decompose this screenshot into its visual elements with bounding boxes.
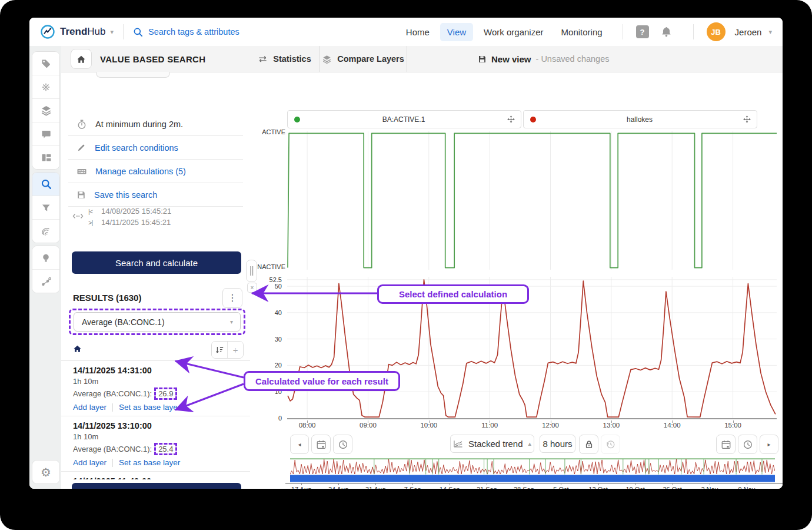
overview-date-label: 31 Aug <box>365 486 385 489</box>
graph-nodes-icon[interactable] <box>32 270 59 293</box>
lock-button[interactable] <box>579 435 598 454</box>
annotation-select-calculation: Select defined calculation <box>377 284 529 304</box>
brand-chevron-down-icon[interactable]: ▾ <box>110 28 114 36</box>
dashboard-icon[interactable] <box>32 146 59 169</box>
split-values-button[interactable]: ÷ <box>228 342 243 358</box>
y-tick-label: 20 <box>275 362 282 369</box>
screen-background: TrendHub ▾ Search tags & attributes Home… <box>0 0 812 530</box>
tab-compare-layers-label: Compare Layers <box>337 54 404 64</box>
annotation-calculated-value: Calculated value for each result <box>244 371 400 391</box>
move-icon[interactable] <box>743 115 751 123</box>
history-button[interactable] <box>601 435 620 454</box>
base-layer-home-icon[interactable] <box>73 344 82 353</box>
scrolled-item-edge <box>96 72 170 78</box>
result-row[interactable]: 14/11/2025 13:10:00 1h 10m Average (BA:C… <box>61 416 250 472</box>
result-timestamp: 14/11/2025 13:10:00 <box>73 421 238 430</box>
trend-mode-dropdown[interactable]: Stacked trend ▴ <box>450 435 534 453</box>
add-layer-link[interactable]: Add layer <box>73 403 107 412</box>
sort-button[interactable] <box>212 342 228 358</box>
calc-dropdown-highlight: Average (BA:CONC.1) ▾ <box>69 309 245 335</box>
pencil-icon <box>76 143 86 153</box>
nav-monitoring[interactable]: Monitoring <box>554 23 610 41</box>
search-icon <box>133 27 143 37</box>
layers-icon[interactable] <box>32 99 59 122</box>
user-name[interactable]: Jeroen <box>735 27 762 37</box>
annotation-text: Select defined calculation <box>399 289 507 299</box>
add-layer-link[interactable]: Add layer <box>73 458 107 467</box>
step-forward-button[interactable]: ▸ <box>760 435 778 454</box>
overview-date-label: 17 Aug <box>291 486 311 489</box>
chevron-right-icon: ▸ <box>767 441 770 448</box>
edit-search-conditions[interactable]: Edit search conditions <box>68 136 243 160</box>
lightbulb-icon[interactable] <box>32 246 59 270</box>
overview-date-label: 19 Oct <box>625 486 644 489</box>
kebab-icon: ⋮ <box>228 293 237 303</box>
view-title: New view <box>491 54 531 64</box>
result-calc-label: Average (BA:CONC.1): <box>73 445 152 453</box>
overview-minimap[interactable] <box>290 458 775 483</box>
brand-logo[interactable]: TrendHub ▾ <box>40 24 114 39</box>
legend-pill-active[interactable]: BA:ACTIVE.1 <box>287 110 521 128</box>
range-end-value: 14/11/2025 15:45:21 <box>101 218 171 227</box>
avatar[interactable]: JB <box>707 22 726 41</box>
save-search-label: Save this search <box>94 190 157 200</box>
result-duration: 1h 10m <box>73 432 238 441</box>
overview-date-label: 12 Oct <box>588 486 607 489</box>
comment-icon[interactable] <box>32 122 59 146</box>
calculations-icon[interactable] <box>32 75 59 99</box>
search-condition-item: At minimum during 2m. <box>68 112 243 136</box>
step-back-button[interactable]: ◂ <box>290 435 309 454</box>
top-bar: TrendHub ▾ Search tags & attributes Home… <box>29 18 783 47</box>
tag-icon[interactable] <box>32 52 59 75</box>
analog-trend-chart[interactable] <box>287 277 777 418</box>
panel-close-button[interactable]: × <box>247 283 257 293</box>
series-dot-green <box>294 117 300 122</box>
stacked-trend-icon <box>453 439 463 448</box>
manage-calculations[interactable]: Manage calculations (5) <box>68 160 243 183</box>
condition-label: At minimum during 2m. <box>95 120 183 129</box>
settings-gear-icon[interactable]: ⚙ <box>32 461 59 483</box>
search-and-calculate-button[interactable]: Search and calculate <box>72 251 241 274</box>
end-date-picker-button[interactable] <box>716 435 736 454</box>
results-toolbar: ÷ <box>61 339 250 361</box>
save-icon <box>76 190 86 200</box>
user-chevron-down-icon[interactable]: ▾ <box>768 28 772 36</box>
end-time-picker-button[interactable] <box>738 435 757 454</box>
brand-name: TrendHub <box>60 26 105 38</box>
global-search[interactable]: Search tags & attributes <box>133 27 239 37</box>
calculation-dropdown[interactable]: Average (BA:CONC.1) ▾ <box>74 312 241 332</box>
legend-pill-hallokes[interactable]: hallokes <box>523 110 757 128</box>
results-menu-button[interactable]: ⋮ <box>222 288 242 308</box>
set-base-layer-link[interactable]: Set as base layer <box>119 403 180 412</box>
window-duration-button[interactable]: 8 hours <box>540 435 575 453</box>
overview-date-label: 14 Sep <box>440 486 460 489</box>
open-event-analytics-button[interactable]: Open event analytics <box>72 483 241 489</box>
series-name: BA:ACTIVE.1 <box>300 115 507 124</box>
digital-trend-chart[interactable] <box>287 131 777 270</box>
analog-x-axis: 08:0009:0010:0011:0012:0013:0014:0015:00 <box>287 422 777 431</box>
move-icon[interactable] <box>507 115 515 123</box>
set-base-layer-link[interactable]: Set as base layer <box>119 458 180 467</box>
start-date-picker-button[interactable] <box>311 435 331 454</box>
fingerprint-icon[interactable] <box>32 220 59 243</box>
value-search-icon[interactable] <box>32 173 59 196</box>
tab-compare-layers[interactable]: Compare Layers <box>320 46 407 72</box>
filter-icon[interactable] <box>32 196 59 220</box>
result-row[interactable]: 14/11/2025 14:31:00 1h 10m Average (BA:C… <box>61 361 250 416</box>
panel-resize-handle[interactable] <box>246 260 257 282</box>
nav-work-organizer[interactable]: Work organizer <box>477 23 550 41</box>
result-row[interactable]: 14/11/2025 11:49:00 1h 10m <box>61 472 250 479</box>
nav-home[interactable]: Home <box>399 23 437 41</box>
panel-home-button[interactable] <box>71 49 92 69</box>
view-name: New view - Unsaved changes <box>478 54 609 64</box>
calculator-icon <box>76 166 87 177</box>
help-icon[interactable]: ? <box>636 25 649 38</box>
start-time-picker-button[interactable] <box>333 435 352 454</box>
y-tick-label: 40 <box>275 309 282 316</box>
result-calc-value: 25.4 <box>154 443 177 455</box>
tab-statistics[interactable]: Statistics <box>250 46 320 72</box>
bell-icon[interactable] <box>661 26 672 38</box>
statistics-arrows-icon <box>258 55 268 63</box>
save-this-search[interactable]: Save this search <box>68 183 243 207</box>
nav-view[interactable]: View <box>440 23 473 41</box>
